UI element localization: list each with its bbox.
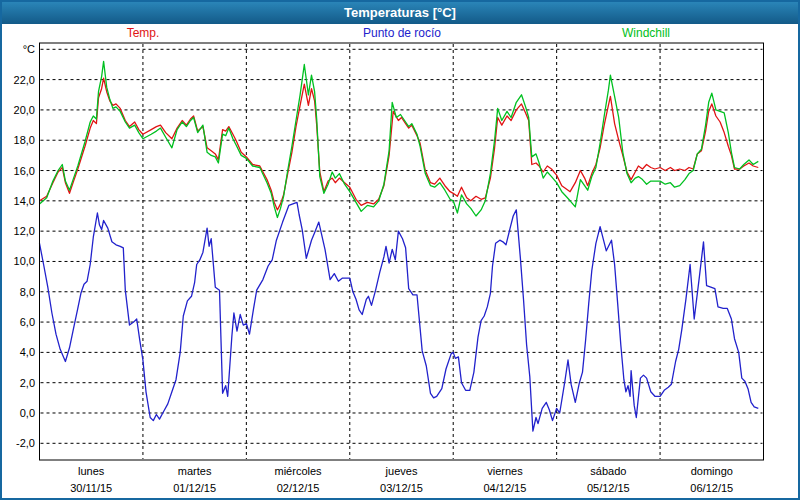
y-tick-label: 12,0 [0,224,35,238]
x-day-date: 05/12/15 [556,481,660,495]
legend-label-temp: Temp. [127,26,160,40]
y-tick-label: 0,0 [0,406,35,420]
x-day-date: 04/12/15 [453,481,557,495]
x-day-date: 03/12/15 [350,481,454,495]
plot-frame [40,43,764,460]
x-day-date: 02/12/15 [246,481,350,495]
x-day-date: 30/11/15 [39,481,143,495]
x-day-name: domingo [660,464,764,478]
legend-label-dew-point: Punto de rocío [363,26,441,40]
y-tick-label: 4,0 [0,345,35,359]
y-tick-label: 20,0 [0,103,35,117]
x-day-name: lunes [39,464,143,478]
y-tick-label: 22,0 [0,73,35,87]
x-day-name: martes [143,464,247,478]
y-tick-label: 18,0 [0,133,35,147]
y-axis-unit: °C [0,42,35,56]
x-day-name: sábado [556,464,660,478]
chart-plot-area [0,0,800,500]
x-day-name: jueves [350,464,454,478]
legend-item-dew-point: Punto de rocío [363,26,441,41]
legend-item-windchill: Windchill [622,26,670,41]
series-line-0 [40,78,759,210]
series-line-1 [40,202,759,431]
y-tick-label: 16,0 [0,164,35,178]
y-tick-label: -2,0 [0,436,35,450]
weather-chart-window: Temperaturas [°C] Temp. Punto de rocío W… [0,0,800,500]
window-title-bar: Temperaturas [°C] [2,2,798,24]
x-day-date: 06/12/15 [660,481,764,495]
y-tick-label: 8,0 [0,285,35,299]
x-day-date: 01/12/15 [143,481,247,495]
y-tick-label: 6,0 [0,315,35,329]
x-day-name: viernes [453,464,557,478]
window-title: Temperaturas [°C] [344,5,456,20]
y-tick-label: 14,0 [0,194,35,208]
x-day-name: miércoles [246,464,350,478]
y-tick-label: 2,0 [0,376,35,390]
series-line-2 [40,61,759,217]
legend-label-windchill: Windchill [622,26,670,40]
legend-item-temp: Temp. [127,26,160,41]
y-tick-label: 10,0 [0,254,35,268]
